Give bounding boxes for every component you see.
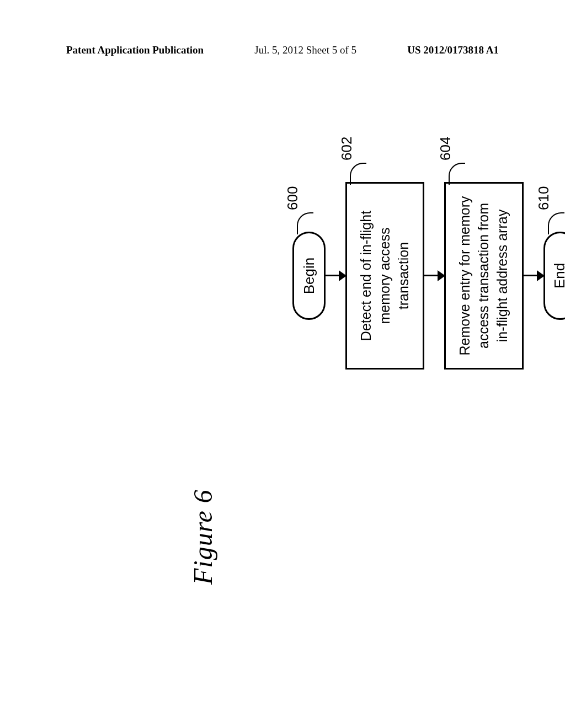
- flowchart: Begin 600 Detect end of in-flight memory…: [292, 99, 565, 452]
- flowchart-arrow: [524, 275, 543, 277]
- flowchart-begin-terminal: Begin 600: [292, 232, 326, 320]
- header-date-sheet: Jul. 5, 2012 Sheet 5 of 5: [254, 44, 356, 56]
- flowchart-step-detect: Detect end of in-flight memory access tr…: [345, 182, 424, 370]
- step2-label: Remove entry for memory access transacti…: [456, 195, 511, 357]
- end-ref-number: 610: [535, 186, 552, 210]
- step2-ref-number: 604: [436, 137, 455, 160]
- begin-label: Begin: [301, 258, 318, 295]
- ref-curve: [350, 163, 366, 185]
- page-header: Patent Application Publication Jul. 5, 2…: [0, 44, 565, 56]
- ref-curve: [548, 212, 564, 234]
- header-pub-number: US 2012/0173818 A1: [407, 44, 499, 56]
- figure-label: Figure 6: [188, 489, 218, 585]
- ref-curve: [297, 212, 313, 234]
- step1-ref-number: 602: [337, 137, 356, 160]
- header-publication: Patent Application Publication: [66, 44, 204, 56]
- ref-curve: [449, 163, 465, 185]
- flowchart-end-terminal: End 610: [543, 232, 566, 320]
- flowchart-arrow: [326, 275, 345, 277]
- step1-label: Detect end of in-flight memory access tr…: [357, 197, 413, 355]
- flowchart-arrow: [424, 275, 444, 277]
- end-label: End: [551, 263, 565, 288]
- flowchart-step-remove: Remove entry for memory access transacti…: [444, 182, 523, 370]
- begin-ref-number: 600: [284, 186, 301, 210]
